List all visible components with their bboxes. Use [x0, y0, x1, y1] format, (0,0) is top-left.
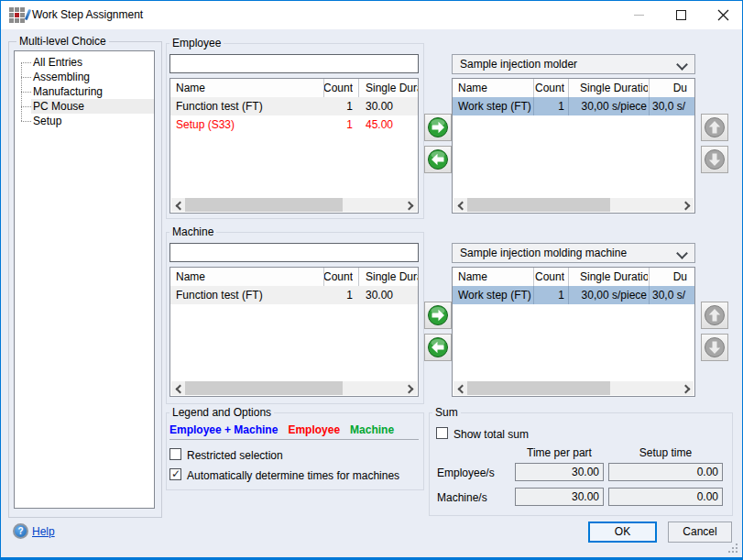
- tree-item-manufacturing[interactable]: Manufacturing: [15, 84, 154, 99]
- resize-grip[interactable]: [728, 544, 738, 553]
- cell-name: Function test (FT): [176, 286, 321, 304]
- cell-count: 1: [323, 286, 353, 304]
- employee-time-per-part-field[interactable]: [515, 463, 604, 481]
- column-separator: [568, 79, 569, 97]
- tree-item-label: All Entries: [33, 56, 82, 69]
- maximize-button[interactable]: [660, 1, 702, 29]
- cell-duration: 30,0 s/: [652, 286, 694, 304]
- scroll-right-arrow[interactable]: [403, 198, 417, 212]
- employee-unassign-button[interactable]: [424, 146, 452, 173]
- chevron-down-icon: [676, 247, 688, 259]
- column-header-duration: Du: [617, 268, 687, 286]
- scroll-left-arrow[interactable]: [171, 198, 185, 212]
- tree-item-label: Setup: [33, 115, 61, 127]
- horizontal-scrollbar[interactable]: [171, 381, 417, 395]
- green-left-arrow-icon: [427, 148, 449, 170]
- machine-target-combobox[interactable]: Sample injection molding machine: [452, 243, 695, 263]
- combobox-value: Sample injection molder: [460, 58, 577, 71]
- cell-single-duration: 30.00: [366, 97, 419, 115]
- app-icon: [9, 7, 25, 23]
- machine-move-up-button[interactable]: [701, 302, 728, 329]
- minimize-button[interactable]: [617, 1, 660, 29]
- employee-move-up-button[interactable]: [701, 114, 728, 141]
- scroll-thumb[interactable]: [467, 198, 610, 212]
- employee-filter-input[interactable]: [169, 54, 419, 73]
- employee-target-combobox[interactable]: Sample injection molder: [452, 54, 695, 74]
- column-separator: [323, 268, 324, 286]
- column-header-name: Name: [458, 268, 531, 286]
- auto-determine-times-checkbox[interactable]: [169, 468, 181, 480]
- scroll-thumb[interactable]: [467, 381, 610, 395]
- column-separator: [358, 268, 359, 286]
- help-link[interactable]: Help: [32, 525, 55, 538]
- scroll-thumb[interactable]: [185, 381, 343, 395]
- column-separator: [568, 268, 569, 286]
- machine-setup-time-field[interactable]: [608, 488, 723, 506]
- titlebar: Work Step Assignment: [1, 1, 742, 29]
- scroll-right-arrow[interactable]: [403, 381, 417, 395]
- combobox-value: Sample injection molding machine: [460, 247, 627, 259]
- machine-move-down-button[interactable]: [701, 334, 728, 361]
- legend-employee-machine: Employee + Machine: [169, 423, 278, 436]
- machine-unassign-button[interactable]: [424, 334, 452, 361]
- scroll-right-arrow[interactable]: [680, 381, 694, 395]
- tree-item-label: Manufacturing: [33, 85, 103, 98]
- table-row[interactable]: Setup (S33) 1 45.00: [170, 115, 418, 134]
- legend-options-label: Legend and Options: [169, 406, 274, 419]
- column-separator: [568, 97, 569, 115]
- tree-item-setup[interactable]: Setup: [15, 114, 154, 128]
- employee-setup-time-field[interactable]: [608, 463, 723, 481]
- gray-down-arrow-icon: [704, 336, 726, 358]
- column-header-count: Count: [323, 268, 353, 286]
- table-row-selected[interactable]: Work step (FT) 1 30,00 s/piece 30,0 s/: [453, 286, 694, 304]
- horizontal-scrollbar[interactable]: [171, 198, 417, 212]
- scroll-left-arrow[interactable]: [453, 198, 467, 212]
- employee-assign-button[interactable]: [424, 114, 452, 141]
- column-header-count: Count: [533, 79, 564, 97]
- show-total-sum-label: Show total sum: [453, 428, 529, 441]
- time-per-part-header: Time per part: [515, 446, 604, 459]
- horizontal-scrollbar[interactable]: [453, 198, 694, 212]
- multilevel-choice-label: Multi-level Choice: [16, 35, 109, 48]
- column-header-count: Count: [533, 268, 564, 286]
- scroll-right-arrow[interactable]: [680, 198, 694, 212]
- scroll-left-arrow[interactable]: [171, 381, 185, 395]
- table-row-selected[interactable]: Work step (FT) 1 30,00 s/piece 30,0 s/: [453, 97, 694, 115]
- scroll-thumb[interactable]: [185, 198, 343, 212]
- close-button[interactable]: [702, 1, 743, 29]
- minimize-icon: [634, 15, 644, 16]
- employee-move-down-button[interactable]: [701, 146, 728, 173]
- horizontal-scrollbar[interactable]: [453, 381, 694, 395]
- scroll-left-arrow[interactable]: [453, 381, 467, 395]
- multilevel-listbox: All Entries Assembling Manufacturing PC …: [14, 50, 155, 509]
- category-tree: All Entries Assembling Manufacturing PC …: [15, 55, 154, 128]
- machine-group-label: Machine: [169, 225, 216, 238]
- column-separator: [649, 268, 650, 286]
- machine-sum-row-label: Machine/s: [437, 491, 487, 504]
- tree-item-all-entries[interactable]: All Entries: [15, 55, 154, 70]
- legend-divider: [169, 439, 419, 440]
- column-separator: [533, 268, 534, 286]
- show-total-sum-checkbox[interactable]: [436, 427, 448, 439]
- cancel-button[interactable]: Cancel: [668, 522, 732, 543]
- table-row[interactable]: Function test (FT) 1 30.00: [170, 97, 418, 115]
- cell-single-duration: 30,00 s/piece: [568, 286, 647, 304]
- machine-assigned-table: Name Count Single Duration Du Work step …: [452, 267, 695, 397]
- tree-item-pc-mouse[interactable]: PC Mouse: [15, 99, 154, 114]
- table-row[interactable]: Function test (FT) 1 30.00: [170, 286, 418, 304]
- gray-up-arrow-icon: [704, 116, 726, 138]
- ok-button[interactable]: OK: [588, 522, 657, 543]
- gray-down-arrow-icon: [704, 148, 726, 170]
- help-icon[interactable]: ?: [13, 523, 28, 539]
- column-header-single-duration: Single Dura: [366, 79, 419, 97]
- machine-time-per-part-field[interactable]: [515, 488, 604, 506]
- tree-item-assembling[interactable]: Assembling: [15, 70, 154, 84]
- employee-group-label: Employee: [169, 37, 224, 49]
- table-header: Name Count Single Duration Du: [453, 268, 694, 287]
- legend: Employee + Machine Employee Machine: [169, 423, 394, 436]
- machine-filter-input[interactable]: [169, 243, 419, 262]
- table-header: Name Count Single Dura: [170, 268, 418, 287]
- legend-machine: Machine: [350, 423, 394, 436]
- restricted-selection-checkbox[interactable]: [169, 448, 181, 460]
- machine-assign-button[interactable]: [424, 302, 452, 329]
